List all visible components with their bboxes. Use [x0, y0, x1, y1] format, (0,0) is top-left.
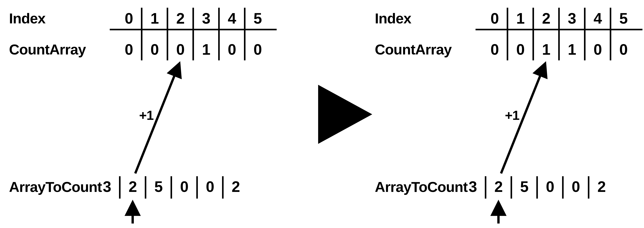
count-cell: 0 [116, 40, 142, 59]
count-cell: 0 [168, 40, 193, 59]
index-cell: 3 [193, 9, 219, 28]
index-cell: 1 [508, 9, 533, 28]
source-cell: 2 [223, 177, 248, 197]
index-row: 0 1 2 3 4 5 [482, 9, 636, 28]
count-cell: 0 [585, 40, 610, 59]
array-to-count-row: 3 2 5 0 0 2 [94, 177, 248, 197]
index-row: 0 1 2 3 4 5 [116, 9, 270, 28]
index-cell: 1 [142, 9, 168, 28]
svg-marker-0 [318, 85, 372, 144]
label-count-array: CountArray [375, 42, 452, 57]
label-array-to-count: ArrayToCount [9, 180, 102, 194]
count-cell: 0 [610, 40, 636, 59]
count-cell: 0 [508, 40, 533, 59]
count-cell: 1 [533, 40, 559, 59]
count-array-row: 0 0 1 1 0 0 [482, 40, 636, 59]
index-cell: 5 [245, 9, 270, 28]
source-cell: 2 [120, 177, 146, 197]
label-array-to-count: ArrayToCount [375, 180, 468, 194]
label-count-array: CountArray [9, 42, 86, 57]
count-cell: 1 [559, 40, 585, 59]
index-cell: 4 [585, 9, 610, 28]
plus-one-annotation: +1 [505, 108, 519, 123]
source-cell: 2 [588, 177, 614, 197]
count-array-row: 0 0 0 1 0 0 [116, 40, 270, 59]
source-cell: 0 [537, 177, 563, 197]
counting-sort-step-diagram: Index CountArray ArrayToCount 0 1 2 3 4 … [0, 0, 644, 228]
top-arrays: 0 1 2 3 4 5 0 0 1 1 0 0 [482, 9, 636, 59]
count-cell: 0 [482, 40, 508, 59]
panel-before: Index CountArray ArrayToCount 0 1 2 3 4 … [9, 0, 318, 228]
array-to-count-row: 3 2 5 0 0 2 [460, 177, 614, 197]
count-cell: 0 [219, 40, 245, 59]
index-cell: 3 [559, 9, 585, 28]
count-cell: 1 [193, 40, 219, 59]
source-cell: 0 [563, 177, 588, 197]
count-cell: 0 [142, 40, 168, 59]
plus-one-annotation: +1 [139, 108, 154, 123]
index-cell: 5 [610, 9, 636, 28]
source-cell: 5 [146, 177, 171, 197]
index-cell: 4 [219, 9, 245, 28]
source-cell: 5 [511, 177, 537, 197]
label-index: Index [375, 11, 411, 26]
index-cell: 2 [168, 9, 193, 28]
label-index: Index [9, 11, 46, 26]
count-cell: 0 [245, 40, 270, 59]
top-arrays: 0 1 2 3 4 5 0 0 0 1 0 0 [116, 9, 270, 59]
index-cell: 0 [116, 9, 142, 28]
source-cell: 2 [486, 177, 511, 197]
source-cell: 0 [197, 177, 223, 197]
source-cell: 0 [171, 177, 197, 197]
source-cell: 3 [460, 177, 486, 197]
source-cell: 3 [94, 177, 120, 197]
panel-after: Index CountArray ArrayToCount 0 1 2 3 4 … [375, 0, 644, 228]
index-cell: 2 [533, 9, 559, 28]
index-cell: 0 [482, 9, 508, 28]
transition-arrow-icon [318, 85, 375, 144]
